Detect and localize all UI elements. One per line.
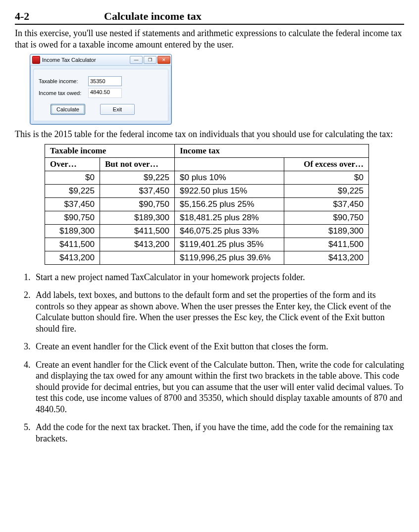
steps-list: Start a new project named TaxCalculator … (15, 272, 404, 444)
cell-over: $90,750 (45, 211, 100, 224)
cell-excess: $37,450 (284, 197, 369, 211)
cell-excess: $189,300 (284, 224, 369, 238)
cell-over: $0 (45, 171, 100, 184)
cell-not-over: $411,500 (100, 224, 175, 238)
th-but-not-over: But not over… (100, 157, 175, 171)
cell-tax: $5,156.25 plus 25% (175, 197, 284, 211)
exit-button[interactable]: Exit (100, 104, 135, 115)
table-row: $37,450$90,750$5,156.25 plus 25%$37,450 (45, 197, 369, 211)
page-header: 4-2 Calculate income tax (15, 10, 404, 25)
income-tax-owed-label: Income tax owed: (39, 90, 88, 96)
cell-over: $37,450 (45, 197, 100, 211)
cell-tax: $46,075.25 plus 33% (175, 224, 284, 238)
income-tax-owed-output: 4840.50 (88, 88, 122, 98)
th-taxable-income: Taxable income (45, 144, 175, 157)
table-row: $411,500$413,200$119,401.25 plus 35%$411… (45, 238, 369, 251)
table-row: $0$9,225$0 plus 10%$0 (45, 171, 369, 184)
th-blank (175, 157, 284, 171)
th-excess-over: Of excess over… (284, 157, 369, 171)
cell-excess: $0 (284, 171, 369, 184)
table-intro-paragraph: This is the 2015 table for the federal i… (15, 129, 404, 140)
th-income-tax: Income tax (175, 144, 369, 157)
cell-excess: $411,500 (284, 238, 369, 251)
table-row: $413,200$119,996,25 plus 39.6%$413,200 (45, 251, 369, 264)
th-over: Over… (45, 157, 100, 171)
step-item: Create an event handler for the Click ev… (33, 341, 404, 352)
page-title: Calculate income tax (104, 10, 202, 23)
table-row: $90,750$189,300$18,481.25 plus 28%$90,75… (45, 211, 369, 224)
maximize-button[interactable]: ❐ (144, 56, 157, 64)
table-row: $9,225$37,450$922.50 plus 15%$9,225 (45, 184, 369, 197)
cell-not-over: $9,225 (100, 171, 175, 184)
step-item: Add the code for the next tax bracket. T… (33, 422, 404, 444)
step-item: Add labels, text boxes, and buttons to t… (33, 290, 404, 334)
cell-over: $189,300 (45, 224, 100, 238)
app-window: Income Tax Calculator — ❐ ✕ Taxable inco… (30, 54, 172, 125)
cell-tax: $119,996,25 plus 39.6% (175, 251, 284, 264)
cell-not-over: $413,200 (100, 238, 175, 251)
cell-excess: $90,750 (284, 211, 369, 224)
section-number: 4-2 (15, 10, 104, 23)
cell-not-over (100, 251, 175, 264)
cell-not-over: $37,450 (100, 184, 175, 197)
window-title: Income Tax Calculator (42, 57, 130, 63)
table-row: $189,300$411,500$46,075.25 plus 33%$189,… (45, 224, 369, 238)
cell-excess: $9,225 (284, 184, 369, 197)
cell-not-over: $90,750 (100, 197, 175, 211)
cell-tax: $119,401.25 plus 35% (175, 238, 284, 251)
cell-excess: $413,200 (284, 251, 369, 264)
cell-tax: $922.50 plus 15% (175, 184, 284, 197)
close-button[interactable]: ✕ (157, 56, 170, 64)
app-icon (32, 56, 40, 64)
minimize-button[interactable]: — (130, 56, 143, 64)
step-item: Start a new project named TaxCalculator … (33, 272, 404, 283)
cell-over: $413,200 (45, 251, 100, 264)
tax-table: Taxable income Income tax Over… But not … (45, 144, 369, 265)
intro-paragraph: In this exercise, you'll use nested if s… (15, 28, 404, 50)
titlebar: Income Tax Calculator — ❐ ✕ (30, 54, 171, 66)
cell-not-over: $189,300 (100, 211, 175, 224)
cell-over: $411,500 (45, 238, 100, 251)
client-area: Taxable income: Income tax owed: 4840.50… (33, 69, 168, 121)
cell-tax: $18,481.25 plus 28% (175, 211, 284, 224)
calculate-button[interactable]: Calculate (51, 104, 85, 115)
cell-tax: $0 plus 10% (175, 171, 284, 184)
taxable-income-label: Taxable income: (39, 78, 88, 84)
step-item: Create an event handler for the Click ev… (33, 359, 404, 415)
taxable-income-input[interactable] (88, 76, 122, 86)
cell-over: $9,225 (45, 184, 100, 197)
